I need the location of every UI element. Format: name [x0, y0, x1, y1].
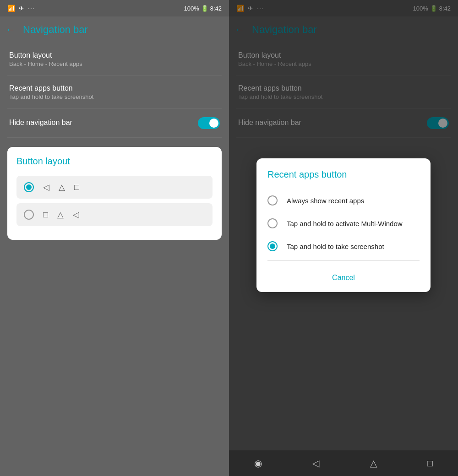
left-recent-nav-icon-2: □ — [43, 210, 48, 220]
dialog-radio-1[interactable] — [267, 195, 278, 206]
left-page-header: ← Navigation bar — [0, 16, 229, 43]
left-radio-2[interactable] — [24, 210, 34, 220]
dialog-option-1[interactable]: Always show recent apps — [267, 189, 420, 212]
left-nav-icons-2: □ △ ◁ — [43, 210, 79, 220]
right-phone-screen: 📶 ✈ ··· 100% 🔋 8:42 ← Navigation bar But… — [229, 0, 458, 476]
nav-home-icon[interactable]: △ — [370, 458, 377, 469]
left-time: 8:42 — [210, 5, 222, 12]
recent-apps-dialog: Recent apps button Always show recent ap… — [256, 158, 431, 292]
left-setting-button-layout[interactable]: Button layout Back - Home - Recent apps — [7, 43, 222, 76]
left-radio-1-inner — [26, 184, 32, 190]
dialog-actions: Cancel — [267, 264, 420, 292]
dialog-cancel-button[interactable]: Cancel — [321, 270, 366, 286]
dialog-option-3[interactable]: Tap and hold to take screenshot — [267, 235, 420, 258]
dialog-option-2-label: Tap and hold to activate Multi-Window — [287, 219, 403, 228]
nav-pin-icon[interactable]: ◉ — [254, 458, 262, 469]
left-nav-icons-1: ◁ △ □ — [43, 182, 79, 192]
left-back-button[interactable]: ← — [5, 24, 16, 36]
dialog-overlay[interactable]: Recent apps button Always show recent ap… — [229, 0, 458, 450]
left-status-right: 100% 🔋 8:42 — [184, 5, 222, 12]
left-button-layout-subtitle: Back - Home - Recent apps — [9, 60, 220, 67]
left-phone-screen: 📶 ✈ ··· 100% 🔋 8:42 ← Navigation bar But… — [0, 0, 229, 476]
dialog-radio-2[interactable] — [267, 218, 278, 228]
nav-recent-icon[interactable]: □ — [427, 458, 433, 469]
left-layout-option-1[interactable]: ◁ △ □ — [16, 176, 213, 199]
left-recent-apps-title: Recent apps button — [9, 84, 220, 92]
dialog-divider — [267, 260, 420, 261]
left-recent-nav-icon: □ — [74, 183, 79, 192]
left-settings-list: Button layout Back - Home - Recent apps … — [0, 43, 229, 138]
left-hide-nav-label: Hide navigation bar — [9, 119, 72, 127]
left-hide-nav-toggle[interactable] — [198, 117, 220, 129]
left-setting-recent-apps[interactable]: Recent apps button Tap and hold to take … — [7, 76, 222, 109]
dialog-option-2[interactable]: Tap and hold to activate Multi-Window — [267, 212, 420, 235]
left-button-layout-title: Button layout — [9, 51, 220, 60]
left-back-nav-icon: ◁ — [43, 182, 49, 192]
left-back-nav-icon-2: ◁ — [73, 210, 79, 220]
more-icon: ··· — [28, 5, 35, 12]
dialog-option-1-label: Always show recent apps — [287, 196, 364, 206]
nav-bar: ◉ ◁ △ □ — [229, 450, 458, 476]
left-home-nav-icon: △ — [59, 182, 65, 192]
left-setting-hide-nav[interactable]: Hide navigation bar — [7, 109, 222, 138]
dialog-radio-3-inner — [270, 243, 275, 249]
wifi-icon: 📶 — [7, 5, 15, 12]
left-page-title: Navigation bar — [23, 24, 88, 36]
left-recent-apps-subtitle: Tap and hold to take screenshot — [9, 93, 220, 100]
left-status-bar: 📶 ✈ ··· 100% 🔋 8:42 — [0, 0, 229, 16]
left-card-title: Button layout — [16, 156, 213, 167]
left-status-left: 📶 ✈ ··· — [7, 5, 35, 12]
left-radio-1[interactable] — [24, 182, 34, 192]
airplane-icon: ✈ — [19, 5, 24, 12]
left-button-layout-card: Button layout ◁ △ □ □ △ ◁ — [7, 147, 222, 240]
dialog-title: Recent apps button — [267, 169, 420, 180]
nav-back-icon[interactable]: ◁ — [312, 458, 319, 469]
left-battery-icon: 🔋 — [201, 5, 208, 12]
left-battery-text: 100% — [184, 5, 199, 12]
left-home-nav-icon-2: △ — [57, 210, 64, 220]
left-layout-option-2[interactable]: □ △ ◁ — [16, 203, 213, 226]
left-hide-nav-title: Hide navigation bar — [9, 119, 72, 128]
dialog-radio-3[interactable] — [267, 241, 278, 251]
dialog-option-3-label: Tap and hold to take screenshot — [287, 242, 384, 251]
